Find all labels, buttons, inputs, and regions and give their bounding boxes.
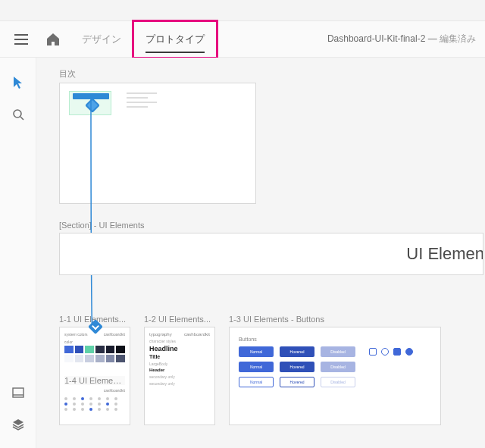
thumb-col-2: 1-2 UI Elements... typographycashboardki…	[144, 315, 215, 425]
toc-text-lines	[127, 92, 157, 111]
document-title: Dashboard-UI-Kit-final-2 — 編集済み	[327, 33, 479, 45]
thumb-col-3: 1-3 UI Elements - Buttons Buttons Normal…	[229, 315, 441, 425]
thumb-col-1: 1-1 UI Elements... system colorscashboar…	[59, 315, 130, 425]
button-sample: Normal	[239, 377, 274, 387]
artboard-1-2[interactable]: typographycashboardkit character styles …	[144, 327, 215, 425]
prototype-home-icon[interactable]	[85, 98, 100, 113]
artboard-section[interactable]: UI Elemen	[59, 233, 483, 275]
artboard-1-3[interactable]: Buttons Normal Hovered Disabled Normal H…	[229, 327, 441, 425]
document-name: Dashboard-UI-Kit-final-2	[327, 33, 425, 44]
artboard-label-section[interactable]: [Section] - UI Elements	[59, 221, 485, 230]
window-titlebar	[0, 0, 485, 21]
svg-point-0	[14, 110, 21, 117]
layers-tool[interactable]	[0, 409, 36, 440]
section-heading: UI Elemen	[406, 244, 483, 264]
button-sample: Disabled	[321, 362, 355, 372]
artboard-label-1-3[interactable]: 1-3 UI Elements - Buttons	[229, 315, 441, 324]
tab-design[interactable]: デザイン	[70, 21, 133, 58]
home-button[interactable]	[36, 21, 70, 58]
button-sample: Disabled	[321, 346, 355, 357]
artboard-label-1-4[interactable]: 1-4 UI Elements...	[64, 376, 125, 385]
tool-sidebar	[0, 58, 36, 448]
main-toolbar: デザイン プロトタイプ Dashboard-UI-Kit-final-2 — 編…	[0, 21, 485, 58]
svg-rect-1	[13, 388, 23, 397]
canvas[interactable]: 目次 [Section] - UI Elements UI Elemen 1-1…	[36, 58, 485, 448]
search-tool[interactable]	[0, 99, 36, 130]
document-status: 編集済み	[440, 33, 476, 44]
tab-prototype[interactable]: プロトタイプ	[133, 21, 217, 58]
hamburger-menu-button[interactable]	[6, 21, 36, 58]
toc-home-region	[69, 91, 111, 115]
artboard-label-toc[interactable]: 目次	[59, 68, 485, 80]
artboard-label-1-2[interactable]: 1-2 UI Elements...	[144, 315, 215, 324]
artboard-tool[interactable]	[0, 377, 36, 409]
button-sample: Hovered	[280, 377, 314, 387]
button-sample: Normal	[239, 346, 274, 357]
select-tool[interactable]	[0, 67, 36, 99]
button-sample: Hovered	[280, 362, 314, 372]
artboard-1-1[interactable]: system colorscashboardkit color 1-4 UI E…	[59, 327, 130, 425]
artboard-toc[interactable]	[59, 83, 256, 204]
button-sample: Hovered	[280, 346, 314, 357]
button-sample: Normal	[239, 362, 274, 372]
button-sample: Disabled	[321, 377, 355, 387]
